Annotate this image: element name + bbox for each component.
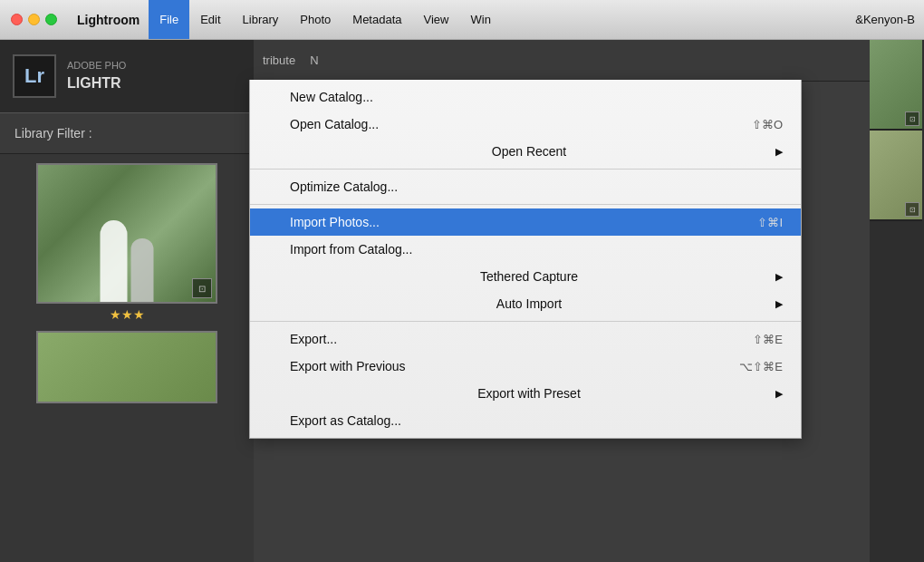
maximize-button[interactable] bbox=[45, 14, 57, 25]
thumbnail-photo-2 bbox=[36, 331, 217, 403]
menu-item-file[interactable]: File bbox=[149, 0, 189, 39]
lr-logo-area: Lr ADOBE PHO LIGHTR bbox=[0, 40, 254, 112]
submenu-arrow-export-preset: ▶ bbox=[775, 388, 783, 400]
right-thumb-2: ⊡ bbox=[870, 131, 922, 221]
submenu-arrow-tethered: ▶ bbox=[775, 271, 783, 283]
menu-open-catalog[interactable]: Open Catalog... ⇧⌘O bbox=[250, 111, 801, 138]
menu-item-edit[interactable]: Edit bbox=[189, 0, 231, 39]
submenu-arrow-auto-import: ▶ bbox=[775, 298, 783, 310]
filter-bar: Library Filter : bbox=[0, 112, 254, 154]
attribute-bar: tribute N bbox=[254, 40, 870, 82]
right-thumb-badge-1: ⊡ bbox=[905, 111, 919, 126]
photo-silhouette bbox=[101, 220, 154, 302]
window-info: &Kenyon-B bbox=[855, 13, 924, 26]
menu-tethered-capture[interactable]: Tethered Capture ▶ bbox=[250, 263, 801, 290]
thumbnail-item-2[interactable] bbox=[7, 331, 246, 403]
right-thumbs-strip: ⊡ ⊡ bbox=[870, 40, 924, 562]
app-content: Lr ADOBE PHO LIGHTR Library Filter : ⊡ bbox=[0, 40, 924, 562]
left-panel: Lr ADOBE PHO LIGHTR Library Filter : ⊡ bbox=[0, 40, 254, 562]
person-tall bbox=[101, 220, 128, 302]
adobe-text: ADOBE PHO bbox=[67, 59, 126, 73]
lr-icon: Lr bbox=[13, 54, 56, 98]
thumbnail-badge-1: ⊡ bbox=[192, 278, 212, 298]
person-short bbox=[131, 238, 154, 302]
file-dropdown-menu: New Catalog... Open Catalog... ⇧⌘O Open … bbox=[249, 80, 802, 439]
menu-export[interactable]: Export... ⇧⌘E bbox=[250, 325, 801, 353]
thumbnails-area: ⊡ ★★★ bbox=[0, 154, 254, 412]
filter-label: Library Filter : bbox=[14, 126, 92, 140]
n-label: N bbox=[310, 53, 318, 67]
thumbnail-stars-1: ★★★ bbox=[110, 307, 145, 322]
menu-item-view[interactable]: View bbox=[413, 0, 460, 39]
thumbnail-photo-1: ⊡ bbox=[36, 163, 217, 304]
attribute-label: tribute bbox=[263, 53, 295, 67]
menu-item-library[interactable]: Library bbox=[232, 0, 290, 39]
menu-item-photo[interactable]: Photo bbox=[289, 0, 342, 39]
menubar: Lightroom File Edit Library Photo Metada… bbox=[0, 0, 924, 40]
menu-import-from-catalog[interactable]: Import from Catalog... bbox=[250, 236, 801, 263]
thumbnail-item-1[interactable]: ⊡ ★★★ bbox=[7, 163, 246, 322]
menu-open-recent[interactable]: Open Recent ▶ bbox=[250, 138, 801, 165]
menu-export-with-preset[interactable]: Export with Preset ▶ bbox=[250, 380, 801, 407]
menu-items: File Edit Library Photo Metadata View Wi… bbox=[149, 0, 502, 39]
separator-2 bbox=[250, 204, 801, 205]
lightroom-text: LIGHTR bbox=[67, 73, 126, 93]
lr-text: ADOBE PHO LIGHTR bbox=[67, 59, 126, 93]
separator-3 bbox=[250, 321, 801, 322]
submenu-arrow-open-recent: ▶ bbox=[775, 146, 783, 158]
menu-auto-import[interactable]: Auto Import ▶ bbox=[250, 290, 801, 317]
menu-new-catalog[interactable]: New Catalog... bbox=[250, 83, 801, 111]
menu-item-metadata[interactable]: Metadata bbox=[342, 0, 412, 39]
traffic-lights bbox=[0, 14, 68, 25]
menu-item-win[interactable]: Win bbox=[459, 0, 501, 39]
right-thumb-badge-2: ⊡ bbox=[905, 202, 919, 217]
menu-export-with-previous[interactable]: Export with Previous ⌥⇧⌘E bbox=[250, 353, 801, 380]
menu-optimize-catalog[interactable]: Optimize Catalog... bbox=[250, 173, 801, 200]
minimize-button[interactable] bbox=[28, 14, 40, 25]
right-thumb-1: ⊡ bbox=[870, 40, 922, 131]
separator-1 bbox=[250, 169, 801, 170]
app-name: Lightroom bbox=[68, 13, 149, 27]
close-button[interactable] bbox=[11, 14, 23, 25]
menu-export-as-catalog[interactable]: Export as Catalog... bbox=[250, 407, 801, 434]
menu-import-photos[interactable]: Import Photos... ⇧⌘I bbox=[250, 208, 801, 236]
